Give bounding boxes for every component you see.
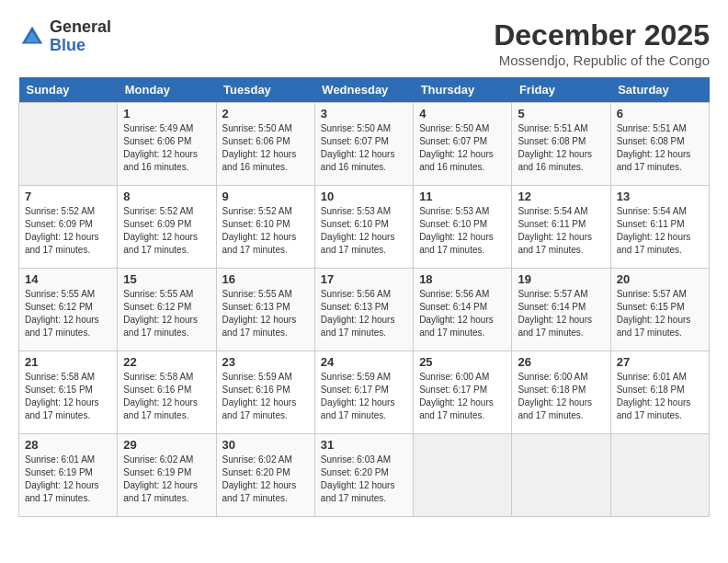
day-number: 11 bbox=[419, 190, 506, 203]
day-info: Sunrise: 5:57 AM Sunset: 6:14 PM Dayligh… bbox=[518, 288, 604, 339]
calendar-cell: 30Sunrise: 6:02 AM Sunset: 6:20 PM Dayli… bbox=[216, 434, 314, 517]
day-number: 15 bbox=[123, 272, 210, 286]
logo-text: General Blue bbox=[50, 18, 111, 55]
day-of-week-header: Monday bbox=[118, 77, 216, 103]
day-info: Sunrise: 5:56 AM Sunset: 6:13 PM Dayligh… bbox=[321, 288, 407, 339]
calendar-cell bbox=[610, 434, 709, 517]
calendar-cell: 6Sunrise: 5:51 AM Sunset: 6:08 PM Daylig… bbox=[610, 103, 709, 186]
day-info: Sunrise: 5:57 AM Sunset: 6:15 PM Dayligh… bbox=[617, 288, 703, 339]
calendar-cell: 9Sunrise: 5:52 AM Sunset: 6:10 PM Daylig… bbox=[216, 186, 314, 269]
calendar-cell: 1Sunrise: 5:49 AM Sunset: 6:06 PM Daylig… bbox=[118, 103, 216, 186]
calendar-cell: 19Sunrise: 5:57 AM Sunset: 6:14 PM Dayli… bbox=[512, 269, 610, 351]
day-info: Sunrise: 5:53 AM Sunset: 6:10 PM Dayligh… bbox=[321, 205, 407, 257]
title-block: December 2025 Mossendjo, Republic of the… bbox=[494, 18, 710, 68]
day-number: 13 bbox=[617, 190, 703, 203]
calendar-cell: 26Sunrise: 6:00 AM Sunset: 6:18 PM Dayli… bbox=[512, 351, 610, 434]
day-number: 1 bbox=[123, 107, 210, 121]
calendar-cell: 12Sunrise: 5:54 AM Sunset: 6:11 PM Dayli… bbox=[512, 186, 610, 269]
day-info: Sunrise: 6:03 AM Sunset: 6:20 PM Dayligh… bbox=[321, 454, 407, 505]
calendar-cell: 13Sunrise: 5:54 AM Sunset: 6:11 PM Dayli… bbox=[610, 186, 709, 269]
day-number: 26 bbox=[518, 355, 604, 369]
calendar-cell: 23Sunrise: 5:59 AM Sunset: 6:16 PM Dayli… bbox=[216, 351, 314, 434]
day-info: Sunrise: 5:50 AM Sunset: 6:06 PM Dayligh… bbox=[222, 122, 309, 174]
day-number: 24 bbox=[321, 355, 407, 369]
day-number: 19 bbox=[518, 272, 604, 286]
calendar-cell: 10Sunrise: 5:53 AM Sunset: 6:10 PM Dayli… bbox=[314, 186, 413, 269]
day-info: Sunrise: 5:54 AM Sunset: 6:11 PM Dayligh… bbox=[617, 205, 703, 257]
day-info: Sunrise: 5:59 AM Sunset: 6:16 PM Dayligh… bbox=[222, 371, 309, 422]
day-info: Sunrise: 5:51 AM Sunset: 6:08 PM Dayligh… bbox=[617, 122, 703, 174]
calendar-cell bbox=[414, 434, 512, 517]
day-number: 6 bbox=[617, 107, 703, 121]
calendar-cell: 15Sunrise: 5:55 AM Sunset: 6:12 PM Dayli… bbox=[118, 269, 216, 351]
day-info: Sunrise: 6:01 AM Sunset: 6:19 PM Dayligh… bbox=[25, 454, 111, 505]
day-info: Sunrise: 5:50 AM Sunset: 6:07 PM Dayligh… bbox=[419, 122, 506, 174]
day-number: 3 bbox=[321, 107, 407, 121]
day-number: 30 bbox=[222, 438, 309, 452]
calendar-cell: 18Sunrise: 5:56 AM Sunset: 6:14 PM Dayli… bbox=[414, 269, 512, 351]
day-info: Sunrise: 5:55 AM Sunset: 6:13 PM Dayligh… bbox=[222, 288, 309, 339]
calendar-header: SundayMondayTuesdayWednesdayThursdayFrid… bbox=[19, 77, 710, 103]
day-info: Sunrise: 5:58 AM Sunset: 6:16 PM Dayligh… bbox=[123, 371, 210, 422]
calendar-cell: 31Sunrise: 6:03 AM Sunset: 6:20 PM Dayli… bbox=[314, 434, 413, 517]
header-row: SundayMondayTuesdayWednesdayThursdayFrid… bbox=[19, 77, 710, 103]
logo-blue-text: Blue bbox=[50, 36, 85, 54]
day-info: Sunrise: 5:58 AM Sunset: 6:15 PM Dayligh… bbox=[25, 371, 111, 422]
calendar-cell: 5Sunrise: 5:51 AM Sunset: 6:08 PM Daylig… bbox=[512, 103, 610, 186]
day-number: 2 bbox=[222, 107, 309, 121]
calendar-cell: 27Sunrise: 6:01 AM Sunset: 6:18 PM Dayli… bbox=[610, 351, 709, 434]
calendar-cell: 3Sunrise: 5:50 AM Sunset: 6:07 PM Daylig… bbox=[314, 103, 413, 186]
day-info: Sunrise: 6:00 AM Sunset: 6:18 PM Dayligh… bbox=[518, 371, 604, 422]
day-of-week-header: Thursday bbox=[414, 77, 512, 103]
calendar-cell: 21Sunrise: 5:58 AM Sunset: 6:15 PM Dayli… bbox=[19, 351, 118, 434]
calendar-week-row: 7Sunrise: 5:52 AM Sunset: 6:09 PM Daylig… bbox=[19, 186, 710, 269]
logo-icon bbox=[18, 23, 46, 51]
day-number: 9 bbox=[222, 190, 309, 203]
day-number: 7 bbox=[25, 190, 111, 203]
day-info: Sunrise: 5:52 AM Sunset: 6:10 PM Dayligh… bbox=[222, 205, 309, 257]
day-info: Sunrise: 6:02 AM Sunset: 6:20 PM Dayligh… bbox=[222, 454, 309, 505]
day-info: Sunrise: 5:52 AM Sunset: 6:09 PM Dayligh… bbox=[123, 205, 210, 257]
calendar-cell: 8Sunrise: 5:52 AM Sunset: 6:09 PM Daylig… bbox=[118, 186, 216, 269]
day-of-week-header: Saturday bbox=[610, 77, 709, 103]
day-info: Sunrise: 5:50 AM Sunset: 6:07 PM Dayligh… bbox=[321, 122, 407, 174]
calendar-week-row: 21Sunrise: 5:58 AM Sunset: 6:15 PM Dayli… bbox=[19, 351, 710, 434]
day-number: 28 bbox=[25, 438, 111, 452]
day-of-week-header: Tuesday bbox=[216, 77, 314, 103]
calendar-cell bbox=[512, 434, 610, 517]
calendar-week-row: 1Sunrise: 5:49 AM Sunset: 6:06 PM Daylig… bbox=[19, 103, 710, 186]
calendar-cell: 4Sunrise: 5:50 AM Sunset: 6:07 PM Daylig… bbox=[414, 103, 512, 186]
calendar-week-row: 14Sunrise: 5:55 AM Sunset: 6:12 PM Dayli… bbox=[19, 269, 710, 351]
day-of-week-header: Friday bbox=[512, 77, 610, 103]
calendar-week-row: 28Sunrise: 6:01 AM Sunset: 6:19 PM Dayli… bbox=[19, 434, 710, 517]
calendar-cell: 14Sunrise: 5:55 AM Sunset: 6:12 PM Dayli… bbox=[19, 269, 118, 351]
calendar-table: SundayMondayTuesdayWednesdayThursdayFrid… bbox=[18, 77, 710, 517]
day-info: Sunrise: 5:52 AM Sunset: 6:09 PM Dayligh… bbox=[25, 205, 111, 257]
page-header: General Blue December 2025 Mossendjo, Re… bbox=[18, 18, 710, 68]
day-info: Sunrise: 6:02 AM Sunset: 6:19 PM Dayligh… bbox=[123, 454, 210, 505]
calendar-body: 1Sunrise: 5:49 AM Sunset: 6:06 PM Daylig… bbox=[19, 103, 710, 517]
day-info: Sunrise: 5:55 AM Sunset: 6:12 PM Dayligh… bbox=[25, 288, 111, 339]
day-number: 14 bbox=[25, 272, 111, 286]
calendar-cell: 11Sunrise: 5:53 AM Sunset: 6:10 PM Dayli… bbox=[414, 186, 512, 269]
day-number: 8 bbox=[123, 190, 210, 203]
day-number: 29 bbox=[123, 438, 210, 452]
calendar-cell: 20Sunrise: 5:57 AM Sunset: 6:15 PM Dayli… bbox=[610, 269, 709, 351]
day-of-week-header: Wednesday bbox=[314, 77, 413, 103]
day-number: 5 bbox=[518, 107, 604, 121]
logo-general-text: General bbox=[50, 17, 111, 36]
logo: General Blue bbox=[18, 18, 111, 55]
day-info: Sunrise: 6:01 AM Sunset: 6:18 PM Dayligh… bbox=[617, 371, 703, 422]
day-info: Sunrise: 6:00 AM Sunset: 6:17 PM Dayligh… bbox=[419, 371, 506, 422]
day-info: Sunrise: 5:51 AM Sunset: 6:08 PM Dayligh… bbox=[518, 122, 604, 174]
day-number: 31 bbox=[321, 438, 407, 452]
calendar-cell: 17Sunrise: 5:56 AM Sunset: 6:13 PM Dayli… bbox=[314, 269, 413, 351]
day-number: 27 bbox=[617, 355, 703, 369]
day-number: 23 bbox=[222, 355, 309, 369]
calendar-cell: 22Sunrise: 5:58 AM Sunset: 6:16 PM Dayli… bbox=[118, 351, 216, 434]
month-year: December 2025 bbox=[494, 18, 710, 52]
day-number: 10 bbox=[321, 190, 407, 203]
day-info: Sunrise: 5:53 AM Sunset: 6:10 PM Dayligh… bbox=[419, 205, 506, 257]
day-number: 12 bbox=[518, 190, 604, 203]
day-info: Sunrise: 5:55 AM Sunset: 6:12 PM Dayligh… bbox=[123, 288, 210, 339]
